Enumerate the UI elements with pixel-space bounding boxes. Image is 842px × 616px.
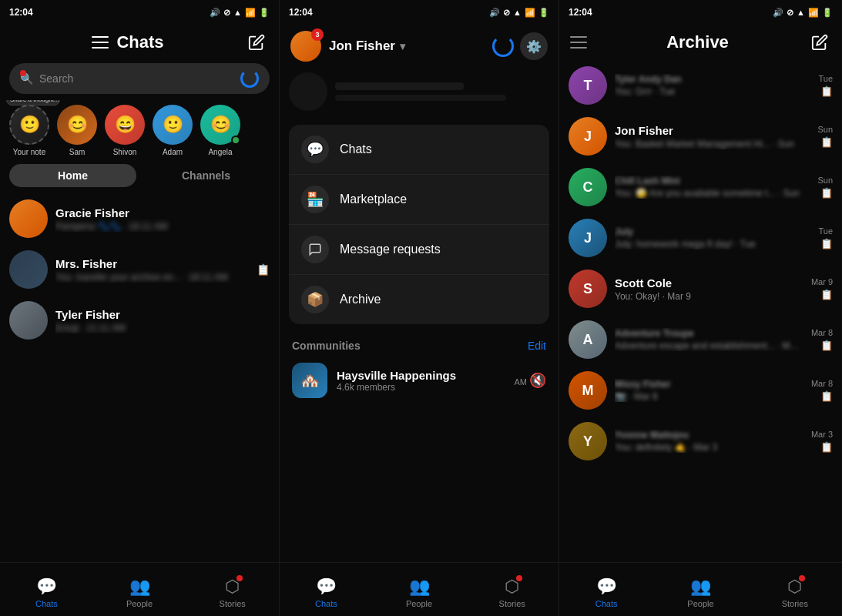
archive-info-6: Missy Fisher 📷 · Mar 8	[615, 379, 803, 402]
nav-people-label-1: People	[126, 599, 153, 608]
archive-status-6: 📋	[820, 390, 833, 402]
story-shivon[interactable]: 😄 Shivon	[105, 105, 145, 156]
chat-item-gracie[interactable]: Gracie Fisher Pampena 🐾🐾 · 18:11 AM	[0, 193, 279, 244]
archive-status-0: 📋	[820, 85, 833, 97]
user-name: Jon Fisher	[329, 38, 395, 54]
archive-meta-0: Tue 📋	[818, 74, 833, 97]
story-sam-label: Sam	[69, 148, 86, 156]
nav-stories-1[interactable]: ⬡ Stories	[186, 571, 279, 608]
notification-dot	[20, 70, 26, 76]
archive-info-3: July July: homework mega ft day! · Tue	[615, 226, 810, 249]
nav-chat-icon-3: 💬	[596, 577, 617, 597]
chat-avatar-gracie	[9, 199, 48, 238]
panel-title: Chats	[116, 32, 163, 52]
nav-stories-3[interactable]: ⬡ Stories	[748, 571, 842, 608]
archive-item-1[interactable]: J Jon Fisher You: Basket Market Manageme…	[559, 111, 842, 162]
nav-stories-label-2: Stories	[499, 599, 525, 608]
nav-people-icon-3: 👥	[690, 577, 711, 597]
signal-icon: 📶	[245, 8, 256, 18]
archive-avatar-2: C	[569, 168, 607, 206]
archive-avatar-5: A	[569, 320, 607, 359]
chat-info-tyler: Tyler Fisher Emoji · 11:11 AM	[55, 308, 270, 333]
nav-stories-2[interactable]: ⬡ Stories	[465, 571, 559, 608]
search-bar[interactable]: 🔍 Search	[9, 63, 270, 94]
nav-people-3[interactable]: 👥 People	[653, 571, 747, 608]
nav-chats-2[interactable]: 💬 Chats	[280, 571, 373, 608]
nav-people-icon-2: 👥	[409, 577, 430, 597]
archive-preview-1: You: Basket Market Management Hi... · Su…	[615, 139, 810, 149]
nav-chats-label-1: Chats	[35, 599, 58, 608]
notification-badge: 3	[311, 28, 324, 41]
nav-chats-3[interactable]: 💬 Chats	[559, 571, 653, 608]
archive-meta-4: Mar 9 📋	[811, 277, 833, 300]
nav-stories-icon: ⬡	[225, 577, 240, 596]
archive-avatar-0: T	[569, 66, 607, 105]
alarm-icon-2: ⊘	[503, 8, 510, 18]
community-mute-icon: 🔇	[529, 373, 546, 388]
nav-chats-label-3: Chats	[595, 599, 618, 608]
archive-preview-4: You: Okay! · Mar 9	[615, 291, 803, 302]
nav-people-1[interactable]: 👥 People	[93, 571, 186, 608]
status-icons-3: 🔊 ⊘ ▲ 📶 🔋	[773, 8, 833, 18]
signal-icon-2: 📶	[525, 8, 535, 18]
archive-item-0[interactable]: T Tyler Andy Dan You: Grrr · Tue Tue 📋	[559, 60, 842, 111]
nav-people-2[interactable]: 👥 People	[373, 571, 466, 608]
bottom-nav-3: 💬 Chats 👥 People ⬡ Stories	[559, 562, 842, 616]
archive-item-6[interactable]: M Missy Fisher 📷 · Mar 8 Mar 8 📋	[559, 365, 842, 416]
archive-item-2[interactable]: C Chill Lash Mini You: 🤕 Are you availab…	[559, 162, 842, 213]
wifi-icon: ▲	[233, 8, 242, 17]
archive-meta-7: Mar 3 📋	[811, 430, 833, 453]
archive-status-2: 📋	[820, 187, 833, 199]
story-your-note[interactable]: Share a thought... 🙂 Your note	[9, 105, 49, 156]
message-requests-menu-icon	[301, 236, 329, 263]
tab-home[interactable]: Home	[9, 164, 136, 187]
chats-panel: 12:04 🔊 ⊘ ▲ 📶 🔋 Chats 🔍 Search	[0, 0, 280, 616]
compose-button[interactable]	[245, 31, 268, 54]
communities-edit-button[interactable]: Edit	[528, 340, 546, 352]
chat-item-mrs-fisher[interactable]: Mrs. Fisher You: transfer your archive e…	[0, 244, 279, 295]
menu-item-marketplace[interactable]: 🏪 Marketplace	[289, 175, 549, 225]
archive-item-4[interactable]: S Scott Cole You: Okay! · Mar 9 Mar 9 📋	[559, 263, 842, 314]
chat-tabs: Home Channels	[9, 164, 270, 187]
archive-menu-label: Archive	[340, 293, 381, 306]
archive-info-1: Jon Fisher You: Basket Market Management…	[615, 124, 810, 149]
archive-compose-button[interactable]	[808, 31, 831, 54]
archive-time-6: Mar 8	[811, 379, 833, 388]
status-bar-3: 12:04 🔊 ⊘ ▲ 📶 🔋	[559, 0, 842, 25]
archive-time-2: Sun	[817, 176, 833, 185]
archive-item-7[interactable]: Y Yvonne Mattojou You: definitely 🤙 · Ma…	[559, 416, 842, 467]
menu-item-archive[interactable]: 📦 Archive	[289, 275, 549, 324]
archive-time-5: Mar 8	[811, 328, 833, 337]
battery-icon-3: 🔋	[822, 8, 833, 18]
story-angela[interactable]: 😊 Angela	[200, 105, 240, 156]
story-angela-label: Angela	[208, 148, 232, 156]
nav-chats-1[interactable]: 💬 Chats	[0, 571, 93, 608]
archive-time-0: Tue	[818, 74, 833, 83]
menu-button[interactable]	[92, 36, 109, 49]
battery-icon: 🔋	[259, 8, 270, 18]
user-name-row[interactable]: Jon Fisher ▾	[329, 38, 405, 54]
settings-button[interactable]: ⚙️	[520, 32, 548, 60]
marketplace-menu-label: Marketplace	[340, 192, 407, 206]
search-loading	[240, 69, 259, 88]
volume-icon-2: 🔊	[489, 8, 500, 18]
your-note-avatar: 🙂	[9, 105, 49, 145]
tab-channels[interactable]: Channels	[143, 164, 270, 187]
community-name: Haysville Happenings	[337, 369, 505, 382]
menu-item-chats[interactable]: 💬 Chats	[289, 125, 549, 175]
archive-name-5: Adventure Troupe	[615, 328, 803, 339]
bottom-nav-2: 💬 Chats 👥 People ⬡ Stories	[280, 562, 559, 616]
nav-people-label-2: People	[406, 599, 432, 608]
archive-item-3[interactable]: J July July: homework mega ft day! · Tue…	[559, 213, 842, 263]
chat-preview-mrs-fisher: You: transfer your archive en... · 18:11…	[55, 272, 249, 283]
signal-icon-3: 📶	[808, 8, 819, 18]
bottom-nav-1: 💬 Chats 👥 People ⬡ Stories	[0, 562, 279, 616]
archive-menu-button[interactable]	[570, 36, 587, 49]
search-input[interactable]: Search	[39, 72, 234, 85]
menu-item-message-requests[interactable]: Message requests	[289, 225, 549, 275]
story-sam[interactable]: 😊 Sam	[57, 105, 97, 156]
story-adam[interactable]: 🙂 Adam	[153, 105, 193, 156]
chat-item-tyler[interactable]: Tyler Fisher Emoji · 11:11 AM	[0, 295, 279, 346]
community-haysville[interactable]: 🏘️ Haysville Happenings 4.6k members AM …	[280, 357, 559, 404]
archive-item-5[interactable]: A Adventure Troupe Adventure escape and …	[559, 314, 842, 365]
